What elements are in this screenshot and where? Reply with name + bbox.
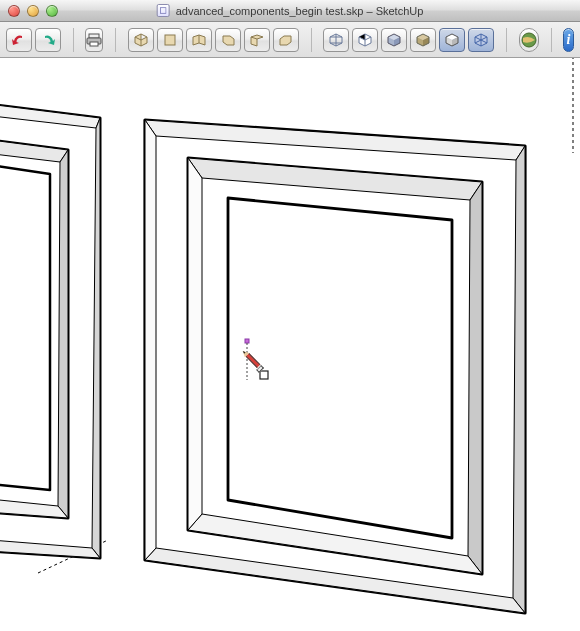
view-top-button[interactable] — [157, 28, 183, 52]
view-iso-button[interactable] — [128, 28, 154, 52]
minimize-button[interactable] — [27, 5, 39, 17]
svg-marker-24 — [188, 158, 202, 530]
window-title: advanced_components_begin test.skp – Ske… — [176, 5, 424, 17]
view-left-button[interactable] — [273, 28, 299, 52]
toolbar: i — [0, 22, 580, 58]
view-right-button[interactable] — [215, 28, 241, 52]
history-group — [6, 28, 61, 52]
svg-rect-1 — [89, 34, 99, 38]
style-monochrome-button[interactable] — [439, 28, 465, 52]
viewport[interactable] — [0, 58, 580, 631]
right-window — [145, 120, 525, 613]
window-titlebar: advanced_components_begin test.skp – Ske… — [0, 0, 580, 22]
svg-marker-12 — [58, 150, 68, 518]
traffic-lights — [8, 5, 58, 17]
close-button[interactable] — [8, 5, 20, 17]
view-front-button[interactable] — [186, 28, 212, 52]
style-shaded-button[interactable] — [381, 28, 407, 52]
svg-marker-14 — [0, 162, 50, 490]
views-group — [128, 28, 299, 52]
title-wrap: advanced_components_begin test.skp – Ske… — [157, 4, 424, 17]
view-back-button[interactable] — [244, 28, 270, 52]
svg-rect-0 — [160, 8, 166, 14]
styles-group — [323, 28, 494, 52]
svg-rect-3 — [90, 42, 98, 46]
left-window — [0, 98, 100, 558]
style-xray-button[interactable] — [468, 28, 494, 52]
info-button[interactable]: i — [563, 28, 574, 52]
document-icon — [157, 4, 170, 17]
google-earth-button[interactable] — [519, 28, 539, 52]
svg-marker-19 — [145, 120, 156, 560]
svg-rect-26 — [245, 339, 249, 343]
pencil-cursor — [245, 358, 261, 363]
info-icon: i — [566, 32, 570, 48]
redo-button[interactable] — [35, 28, 61, 52]
style-hiddenline-button[interactable] — [352, 28, 378, 52]
zoom-button[interactable] — [46, 5, 58, 17]
svg-marker-22 — [468, 182, 482, 574]
print-button[interactable] — [85, 28, 103, 52]
style-wireframe-button[interactable] — [323, 28, 349, 52]
svg-rect-4 — [165, 35, 175, 45]
style-textured-button[interactable] — [410, 28, 436, 52]
undo-button[interactable] — [6, 28, 32, 52]
